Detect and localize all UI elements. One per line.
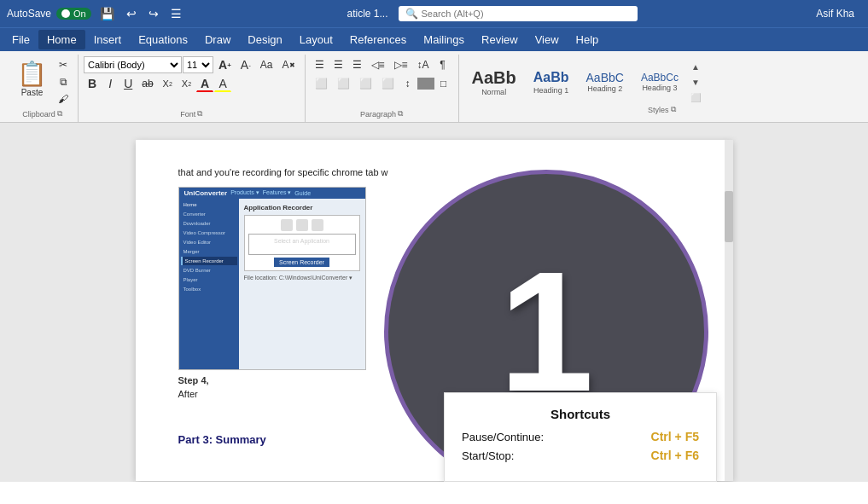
- nav-video-editor: Video Editor: [181, 238, 237, 246]
- styles-expand[interactable]: ⬜: [690, 91, 702, 103]
- recorder-icons: [248, 219, 356, 231]
- filename-label: aticle 1...: [347, 8, 388, 20]
- align-right-button[interactable]: ⬜: [355, 75, 376, 92]
- menu-view[interactable]: View: [527, 30, 568, 49]
- redo-icon[interactable]: ↪: [145, 5, 162, 22]
- align-center-button[interactable]: ⬜: [333, 75, 354, 92]
- style-h2-label: Heading 2: [587, 84, 622, 93]
- file-location-label: File location: C:\Windows\UniConverter ▾: [244, 275, 360, 281]
- clipboard-small-buttons: ✂ ⧉ 🖌: [54, 56, 73, 107]
- doc-scrollbar[interactable]: [725, 140, 733, 481]
- font-shrink-button[interactable]: A-: [236, 56, 255, 73]
- circle-number: 1: [498, 246, 593, 417]
- nav-screen-recorder: Screen Recorder: [181, 257, 237, 265]
- menu-draw[interactable]: Draw: [196, 30, 239, 49]
- multilevel-button[interactable]: ☰: [348, 56, 366, 73]
- menu-bar: File Home Insert Equations Draw Design L…: [0, 27, 868, 51]
- font-expand-icon[interactable]: ⧉: [197, 109, 202, 119]
- style-h3-preview: AaBbCc: [641, 72, 679, 84]
- menu-help[interactable]: Help: [568, 30, 608, 49]
- shortcut-start-key: Ctrl + F6: [651, 449, 699, 462]
- styles-expand-icon[interactable]: ⧉: [671, 105, 676, 114]
- menu-review[interactable]: Review: [473, 30, 527, 49]
- app-sidebar: Home Converter Downloader Video Compress…: [179, 199, 239, 369]
- app-header: UniConverter Products ▾ Features ▾ Guide: [179, 188, 365, 199]
- paste-button[interactable]: 📋 Paste: [12, 56, 52, 101]
- menu-layout[interactable]: Layout: [291, 30, 341, 49]
- justify-button[interactable]: ⬜: [377, 75, 399, 92]
- subscript-button[interactable]: X2: [159, 75, 177, 92]
- styles-label: Styles ⧉: [464, 103, 856, 116]
- font-size-select[interactable]: 11: [183, 56, 213, 73]
- app-recorder-title: Application Recorder: [244, 204, 360, 211]
- style-normal[interactable]: AaBb Normal: [464, 63, 524, 101]
- undo-icon[interactable]: ↩: [123, 5, 140, 22]
- menu-home[interactable]: Home: [38, 30, 85, 49]
- styles-scroll-arrows: ▲ ▼ ⬜: [688, 61, 703, 103]
- para-row2: ⬜ ⬜ ⬜ ⬜ ↕ □: [311, 75, 452, 92]
- style-heading1[interactable]: AaBb Heading 1: [526, 65, 577, 98]
- app-nav-products: Products ▾: [230, 189, 259, 196]
- shading-button[interactable]: [417, 78, 434, 90]
- increase-indent-button[interactable]: ▷≡: [390, 56, 412, 73]
- search-input[interactable]: [422, 9, 609, 19]
- decrease-indent-button[interactable]: ◁≡: [367, 56, 389, 73]
- style-heading2[interactable]: AaBbC Heading 2: [579, 67, 632, 98]
- search-box[interactable]: 🔍: [399, 6, 638, 21]
- underline-button[interactable]: U: [119, 75, 137, 92]
- save-icon[interactable]: 💾: [96, 5, 118, 22]
- cut-button[interactable]: ✂: [54, 56, 73, 73]
- line-spacing-button[interactable]: ↕: [399, 75, 417, 92]
- shortcuts-title: Shortcuts: [462, 407, 699, 421]
- autosave-label: AutoSave: [7, 8, 51, 20]
- bullets-button[interactable]: ☰: [311, 56, 329, 73]
- rec-icon3: [312, 219, 323, 231]
- clipboard-expand-icon[interactable]: ⧉: [57, 109, 62, 119]
- style-heading3[interactable]: AaBbCc Heading 3: [633, 67, 686, 96]
- app-name: UniConverter: [184, 189, 228, 197]
- menu-equations[interactable]: Equations: [130, 30, 196, 49]
- borders-button[interactable]: □: [435, 75, 452, 92]
- font-content: Calibri (Body) 11 A+ A- Aa A✖ B I U ab X…: [84, 56, 300, 107]
- align-left-button[interactable]: ⬜: [311, 75, 332, 92]
- clipboard-content: 📋 Paste ✂ ⧉ 🖌: [12, 56, 73, 107]
- recorder-area: Select an Application: [248, 234, 356, 255]
- ribbon-group-styles: AaBb Normal AaBb Heading 1 AaBbC Heading…: [459, 55, 861, 122]
- change-case-button[interactable]: Aa: [256, 56, 277, 73]
- superscript-button[interactable]: X2: [178, 75, 195, 92]
- nav-downloader: Downloader: [181, 219, 237, 228]
- style-h1-preview: AaBb: [533, 69, 569, 85]
- menu-references[interactable]: References: [341, 30, 415, 49]
- menu-file[interactable]: File: [3, 30, 38, 49]
- font-grow-button[interactable]: A+: [214, 56, 236, 73]
- autosave-toggle[interactable]: On: [56, 8, 91, 20]
- shortcut-start-label: Start/Stop:: [462, 449, 514, 462]
- menu-icon[interactable]: ☰: [167, 5, 185, 22]
- menu-insert[interactable]: Insert: [85, 30, 131, 49]
- menu-mailings[interactable]: Mailings: [415, 30, 473, 49]
- bold-button[interactable]: B: [84, 75, 101, 92]
- italic-button[interactable]: I: [102, 75, 119, 92]
- styles-scroll-up[interactable]: ▲: [690, 61, 702, 72]
- menu-design[interactable]: Design: [239, 30, 290, 49]
- app-recorder-panel: Select an Application Screen Recorder: [244, 215, 360, 271]
- scrollbar-thumb[interactable]: [725, 191, 733, 242]
- doc-text1: that and you're recording for specific c…: [178, 165, 690, 180]
- copy-button[interactable]: ⧉: [54, 73, 73, 90]
- sort-button[interactable]: ↕A: [413, 56, 434, 73]
- show-formatting-button[interactable]: ¶: [434, 56, 451, 73]
- shortcut-pause-row: Pause/Continue: Ctrl + F5: [462, 430, 699, 443]
- font-family-select[interactable]: Calibri (Body): [84, 56, 182, 73]
- styles-scroll-down[interactable]: ▼: [690, 76, 702, 88]
- format-painter-button[interactable]: 🖌: [54, 90, 73, 107]
- ribbon-group-paragraph: ☰ ☰ ☰ ◁≡ ▷≡ ↕A ¶ ⬜ ⬜ ⬜ ⬜ ↕ □: [306, 55, 459, 122]
- strikethrough-button[interactable]: ab: [137, 75, 157, 92]
- clear-format-button[interactable]: A✖: [278, 56, 300, 73]
- font-color-button[interactable]: A: [196, 75, 213, 92]
- font-row2: B I U ab X2 X2 A A: [84, 75, 231, 92]
- styles-content: AaBb Normal AaBb Heading 1 AaBbC Heading…: [464, 61, 856, 116]
- numbering-button[interactable]: ☰: [329, 56, 347, 73]
- paragraph-expand-icon[interactable]: ⧉: [398, 109, 403, 119]
- highlight-color-button[interactable]: A: [214, 75, 231, 92]
- nav-video-compressor: Video Compressor: [181, 229, 237, 237]
